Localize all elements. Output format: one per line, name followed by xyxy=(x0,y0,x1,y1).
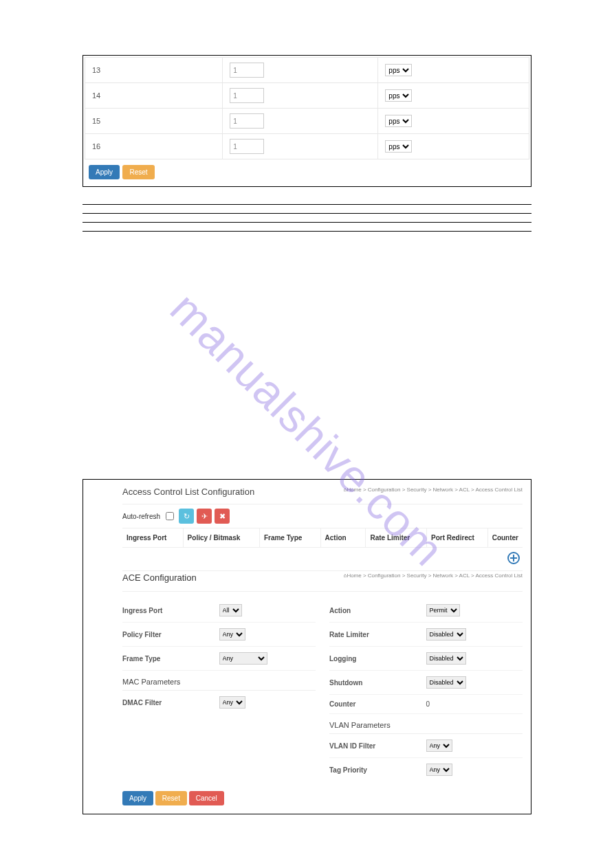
rate-unit-select[interactable]: pps xyxy=(385,64,412,76)
apply-button[interactable]: Apply xyxy=(89,165,120,179)
reset-button[interactable]: Reset xyxy=(122,165,154,179)
rate-value-input[interactable] xyxy=(230,63,264,78)
auto-refresh-label: Auto-refresh xyxy=(122,513,160,520)
apply-button[interactable]: Apply xyxy=(122,791,153,805)
rate-id-cell: 16 xyxy=(85,134,223,159)
rate-limiter-select[interactable]: Disabled xyxy=(426,628,466,641)
acl-title: Access Control List Configuration xyxy=(122,487,254,497)
counter-label: Counter xyxy=(329,700,426,708)
rate-value-input[interactable] xyxy=(230,113,264,129)
counter-value: 0 xyxy=(426,700,523,708)
table-row xyxy=(83,205,531,214)
object-description-table xyxy=(83,204,531,232)
col-ingress: Ingress Port xyxy=(122,528,184,547)
vlan-id-filter-label: VLAN ID Filter xyxy=(329,742,426,750)
rate-id-cell: 13 xyxy=(85,58,223,83)
table-row: 14 pps xyxy=(85,83,529,109)
table-row: 15 pps xyxy=(85,109,529,134)
obj-cell xyxy=(138,223,531,232)
ace-right-column: Action Permit Rate Limiter Disabled Logg… xyxy=(329,599,523,781)
tag-priority-select[interactable]: Any xyxy=(426,764,452,776)
col-frame: Frame Type xyxy=(260,528,321,547)
rate-value-input[interactable] xyxy=(230,88,264,103)
rate-id-cell: 15 xyxy=(85,109,223,134)
auto-refresh-checkbox[interactable] xyxy=(166,512,174,520)
logging-select[interactable]: Disabled xyxy=(426,652,466,665)
table-row: 13 pps xyxy=(85,58,529,83)
dmac-filter-label: DMAC Filter xyxy=(122,699,219,706)
table-row xyxy=(83,214,531,223)
clear-icon[interactable]: ✈ xyxy=(197,509,212,524)
shutdown-label: Shutdown xyxy=(329,679,426,687)
col-action: Action xyxy=(321,528,366,547)
reset-button[interactable]: Reset xyxy=(155,791,187,805)
table-row: 16 pps xyxy=(85,134,529,159)
add-ace-icon[interactable] xyxy=(507,552,520,564)
col-counter: Counter xyxy=(488,528,523,547)
action-label: Action xyxy=(329,607,426,614)
rate-id-cell: 14 xyxy=(85,83,223,109)
cancel-button[interactable]: Cancel xyxy=(189,791,224,805)
policy-filter-select[interactable]: Any xyxy=(219,628,245,641)
rate-value-input[interactable] xyxy=(230,139,264,154)
remove-all-icon[interactable]: ✖ xyxy=(215,509,230,524)
ingress-port-select[interactable]: All xyxy=(219,604,242,616)
frame-type-select[interactable]: Any xyxy=(219,652,267,665)
action-select[interactable]: Permit xyxy=(426,604,460,616)
rate-unit-select[interactable]: pps xyxy=(385,115,412,127)
col-redirect: Port Redirect xyxy=(427,528,488,547)
vlan-parameters-heading: VLAN Parameters xyxy=(329,714,523,734)
refresh-icon[interactable]: ↻ xyxy=(179,509,194,524)
obj-cell xyxy=(83,214,138,223)
breadcrumb: ⌂Home > Configuration > Security > Netwo… xyxy=(344,487,523,493)
obj-cell xyxy=(83,223,138,232)
col-policy: Policy / Bitmask xyxy=(184,528,260,547)
acl-header-row: Ingress Port Policy / Bitmask Frame Type… xyxy=(122,528,523,548)
table-row xyxy=(83,223,531,232)
rate-unit-select[interactable]: pps xyxy=(385,140,412,153)
breadcrumb: ⌂Home > Configuration > Security > Netwo… xyxy=(344,572,523,579)
ingress-port-label: Ingress Port xyxy=(122,607,219,614)
dmac-filter-select[interactable]: Any xyxy=(219,696,245,709)
policy-filter-label: Policy Filter xyxy=(122,631,219,638)
obj-cell xyxy=(138,205,531,214)
acl-ace-figure: Access Control List Configuration ⌂Home … xyxy=(83,479,531,814)
ace-left-column: Ingress Port All Policy Filter Any Frame… xyxy=(122,599,316,781)
rate-limiter-figure: 13 pps 14 pps 15 pps 16 pps Apply Res xyxy=(83,55,531,187)
mac-parameters-heading: MAC Parameters xyxy=(122,671,316,691)
frame-type-label: Frame Type xyxy=(122,655,219,663)
logging-label: Logging xyxy=(329,655,426,663)
obj-cell xyxy=(83,205,138,214)
tag-priority-label: Tag Priority xyxy=(329,766,426,774)
rate-limiter-table: 13 pps 14 pps 15 pps 16 pps xyxy=(85,57,529,159)
col-rate: Rate Limiter xyxy=(366,528,427,547)
rate-limiter-label: Rate Limiter xyxy=(329,631,426,638)
vlan-id-filter-select[interactable]: Any xyxy=(426,739,452,752)
obj-cell xyxy=(138,214,531,223)
ace-title: ACE Configuration xyxy=(122,572,197,583)
rate-unit-select[interactable]: pps xyxy=(385,89,412,102)
shutdown-select[interactable]: Disabled xyxy=(426,676,466,689)
